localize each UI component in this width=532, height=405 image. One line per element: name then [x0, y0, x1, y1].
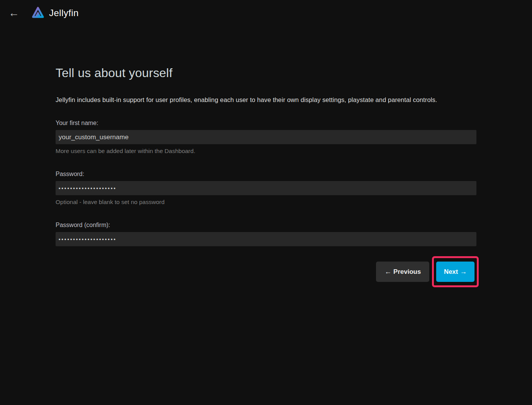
- password-label: Password:: [56, 171, 476, 178]
- app-title: Jellyfin: [49, 8, 79, 18]
- next-button[interactable]: Next →: [436, 262, 475, 282]
- arrow-back-icon: ←: [8, 7, 19, 19]
- previous-button-label: Previous: [393, 268, 421, 276]
- jellyfin-logo-icon: [31, 6, 45, 20]
- username-input[interactable]: [56, 130, 476, 144]
- password-confirm-label: Password (confirm):: [56, 222, 476, 229]
- arrow-left-icon: ←: [384, 268, 391, 276]
- username-field-group: Your first name: More users can be added…: [56, 120, 476, 155]
- page-title: Tell us about yourself: [56, 66, 476, 80]
- password-input[interactable]: [56, 181, 476, 195]
- jellyfin-logo: Jellyfin: [31, 6, 79, 20]
- password-confirm-input[interactable]: [56, 232, 476, 246]
- next-button-label: Next: [444, 268, 458, 276]
- arrow-right-icon: →: [460, 268, 467, 276]
- annotation-highlight-box: Next →: [432, 256, 479, 287]
- setup-wizard-page: Tell us about yourself Jellyfin includes…: [56, 26, 476, 287]
- previous-button[interactable]: ← Previous: [376, 262, 429, 282]
- app-header: ← Jellyfin: [0, 0, 532, 26]
- password-confirm-field-group: Password (confirm):: [56, 222, 476, 246]
- wizard-buttons-row: ← Previous Next →: [56, 256, 479, 287]
- username-helper-text: More users can be added later within the…: [56, 148, 476, 155]
- page-description: Jellyfin includes built-in support for u…: [56, 96, 476, 104]
- password-helper-text: Optional - leave blank to set no passwor…: [56, 199, 476, 206]
- back-button[interactable]: ←: [6, 5, 21, 21]
- username-label: Your first name:: [56, 120, 476, 127]
- password-field-group: Password: Optional - leave blank to set …: [56, 171, 476, 206]
